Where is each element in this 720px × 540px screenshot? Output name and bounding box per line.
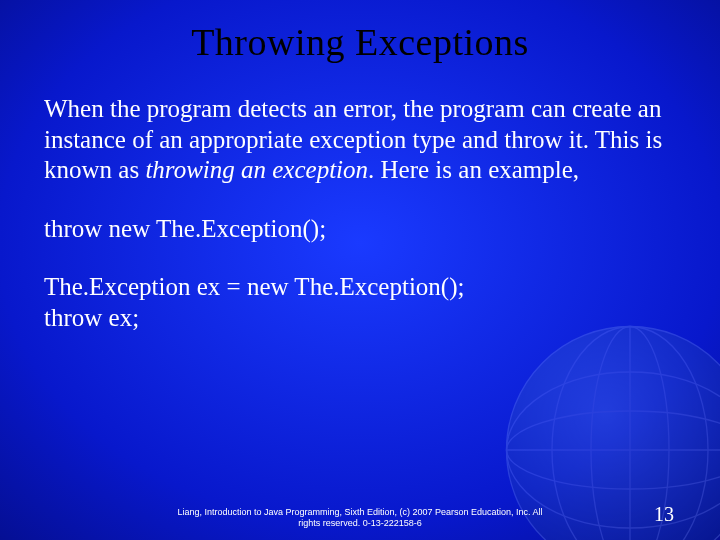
code-example-1: throw new The.Exception();: [44, 214, 676, 245]
code-line-b: throw ex;: [44, 304, 139, 331]
svg-point-1: [507, 411, 721, 489]
page-number: 13: [654, 503, 674, 526]
slide-title: Throwing Exceptions: [0, 0, 720, 64]
footer-citation: Liang, Introduction to Java Programming,…: [0, 507, 720, 530]
slide-body: When the program detects an error, the p…: [0, 64, 720, 333]
intro-emphasis: throwing an exception: [145, 156, 368, 183]
footer-line2: rights reserved. 0-13-222158-6: [298, 518, 422, 528]
footer-line1: Liang, Introduction to Java Programming,…: [177, 507, 542, 517]
svg-point-2: [507, 372, 721, 528]
code-line-a: The.Exception ex = new The.Exception();: [44, 273, 464, 300]
intro-part2: . Here is an example,: [368, 156, 579, 183]
paragraph-intro: When the program detects an error, the p…: [44, 94, 676, 186]
code-example-2: The.Exception ex = new The.Exception(); …: [44, 272, 676, 333]
